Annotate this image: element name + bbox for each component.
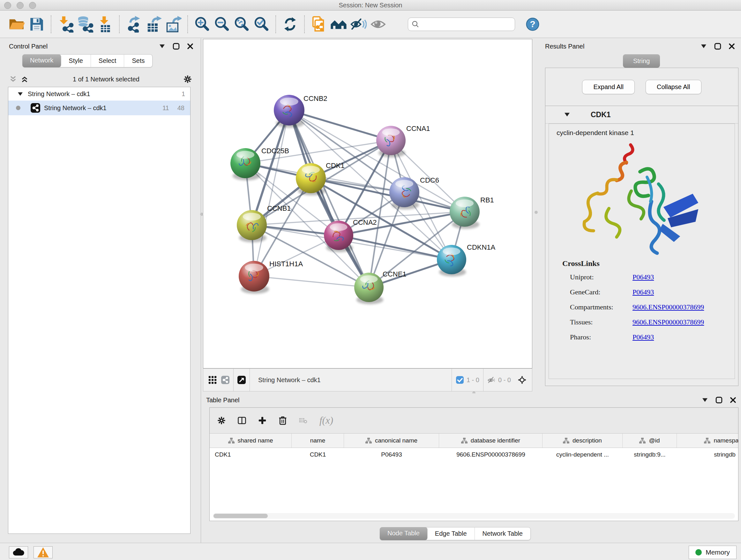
delete-column-button[interactable]	[279, 416, 287, 425]
show-column-button[interactable]	[238, 416, 246, 425]
table-cell[interactable]: cyclin-dependent ...	[542, 448, 623, 461]
table-options-gear-button[interactable]	[217, 416, 226, 425]
protein-section-header[interactable]: CDK1	[545, 106, 738, 124]
float-panel-button[interactable]	[714, 42, 722, 51]
table-tab-edge-table[interactable]: Edge Table	[427, 527, 475, 540]
collapse-caret-icon[interactable]	[18, 92, 23, 96]
table-cell[interactable]: CDK1	[210, 448, 292, 461]
network-row-selected[interactable]: String Network – cdk1 11 48	[8, 101, 190, 115]
string-import-button[interactable]	[310, 15, 327, 33]
column-header-canonical-name[interactable]: canonical name	[344, 434, 439, 448]
table-row[interactable]: CDK1CDK1P064939606.ENSP00000378699cyclin…	[210, 448, 738, 461]
float-panel-button[interactable]	[715, 396, 723, 404]
network-node-CDC6[interactable]	[389, 177, 419, 209]
network-node-CCNB1[interactable]	[237, 210, 267, 242]
close-panel-button[interactable]	[728, 42, 736, 51]
close-panel-button[interactable]	[729, 396, 737, 404]
crosslink-link[interactable]: P06493	[632, 333, 735, 341]
column-header-namespace[interactable]: namespace	[677, 434, 738, 448]
show-graphics-details-button[interactable]	[369, 15, 387, 33]
zoom-fit-icon	[233, 16, 250, 32]
save-session-button[interactable]	[28, 15, 45, 33]
table-cell[interactable]: stringdb:9...	[623, 448, 677, 461]
birds-eye-view-button[interactable]	[238, 376, 246, 384]
float-panel-button[interactable]	[172, 42, 180, 51]
network-node-RB1[interactable]	[450, 197, 480, 229]
zoom-selected-button[interactable]	[253, 15, 270, 33]
network-collection-row[interactable]: String Network – cdk1 1	[8, 87, 190, 101]
table-cell[interactable]: CDK1	[292, 448, 344, 461]
network-edge[interactable]	[311, 178, 465, 212]
panel-menu-button[interactable]	[701, 396, 709, 404]
tab-style[interactable]: Style	[61, 55, 91, 67]
open-session-button[interactable]	[8, 15, 25, 33]
fit-selected-crosshair-button[interactable]	[518, 376, 526, 384]
expand-all-networks-icon[interactable]	[20, 75, 29, 83]
collapse-all-networks-icon[interactable]	[9, 75, 17, 83]
network-options-gear-icon[interactable]	[184, 75, 192, 83]
collapse-all-button[interactable]: Collapse All	[646, 80, 701, 94]
column-header-name[interactable]: name	[292, 434, 344, 448]
export-table-button[interactable]	[145, 15, 162, 33]
network-node-CCNE1[interactable]	[354, 273, 384, 304]
apply-layout-button[interactable]	[281, 15, 299, 33]
cloud-icon	[12, 548, 25, 557]
export-image-button[interactable]	[165, 15, 182, 33]
column-header-shared-name[interactable]: shared name	[210, 434, 292, 448]
panel-menu-button[interactable]	[158, 42, 166, 51]
help-button[interactable]: ?	[524, 15, 541, 33]
crosslink-link[interactable]: P06493	[632, 273, 735, 281]
panel-menu-button[interactable]	[699, 42, 708, 51]
network-edge[interactable]	[289, 110, 391, 140]
enhance-labels-button[interactable]	[350, 15, 367, 33]
close-panel-button[interactable]	[186, 42, 194, 51]
expand-all-button[interactable]: Expand All	[582, 80, 635, 94]
network-canvas[interactable]: CCNB2CCNA1CDC25BCDK1CDC6RB1CCNB1CCNA2CDK…	[203, 39, 532, 368]
search-input[interactable]	[420, 20, 515, 28]
crosslink-link[interactable]: 9606.ENSP00000378699	[632, 303, 735, 311]
tab-network[interactable]: Network	[22, 54, 61, 67]
network-node-HIST1H1A[interactable]	[239, 261, 269, 294]
network-node-CDK1[interactable]	[296, 163, 326, 195]
vertical-splitter-handle[interactable]	[200, 212, 203, 216]
vertical-splitter-handle[interactable]	[535, 211, 538, 214]
network-node-CDKN1A[interactable]	[437, 245, 466, 276]
table-cell[interactable]: stringdb	[677, 448, 738, 461]
scrollbar-thumb[interactable]	[213, 514, 268, 518]
table-horizontal-scrollbar[interactable]	[213, 513, 735, 519]
network-view-share-button[interactable]	[221, 376, 229, 384]
network-collection-count: 1	[182, 90, 185, 98]
crosslink-link[interactable]: 9606.ENSP00000378699	[632, 318, 735, 326]
table-tab-network-table[interactable]: Network Table	[475, 527, 530, 540]
network-edge[interactable]	[289, 110, 465, 212]
import-table-file-button[interactable]	[96, 15, 114, 33]
collapse-caret-icon[interactable]	[564, 113, 569, 117]
column-header-database-identifier[interactable]: database identifier	[439, 434, 542, 448]
network-node-CCNA2[interactable]	[324, 221, 353, 252]
network-node-CCNB2[interactable]	[274, 95, 305, 128]
crosslink-link[interactable]: P06493	[632, 288, 735, 296]
cloud-status-button[interactable]	[9, 546, 28, 558]
import-network-database-button[interactable]	[77, 15, 94, 33]
column-header-description[interactable]: description	[542, 434, 623, 448]
warnings-button[interactable]	[33, 546, 53, 558]
export-network-button[interactable]	[125, 15, 142, 33]
create-column-button[interactable]	[258, 416, 266, 425]
table-cell[interactable]: 9606.ENSP00000378699	[439, 448, 542, 461]
import-network-file-button[interactable]	[57, 15, 74, 33]
string-home-button[interactable]	[330, 15, 347, 33]
network-node-CDC25B[interactable]	[230, 148, 260, 180]
zoom-fit-button[interactable]	[233, 15, 250, 33]
table-cell[interactable]: P06493	[344, 448, 439, 461]
zoom-out-button[interactable]	[213, 15, 230, 33]
grid-view-button[interactable]	[208, 376, 217, 384]
tab-sets[interactable]: Sets	[124, 55, 152, 67]
table-tab-node-table[interactable]: Node Table	[380, 527, 428, 540]
import-network-icon	[57, 16, 74, 33]
zoom-in-button[interactable]	[193, 15, 211, 33]
column-header-@id[interactable]: @id	[623, 434, 677, 448]
results-tab-string[interactable]: String	[623, 54, 660, 68]
tab-select[interactable]: Select	[91, 55, 125, 67]
network-node-CCNA1[interactable]	[376, 126, 406, 158]
memory-button[interactable]: Memory	[689, 546, 737, 559]
